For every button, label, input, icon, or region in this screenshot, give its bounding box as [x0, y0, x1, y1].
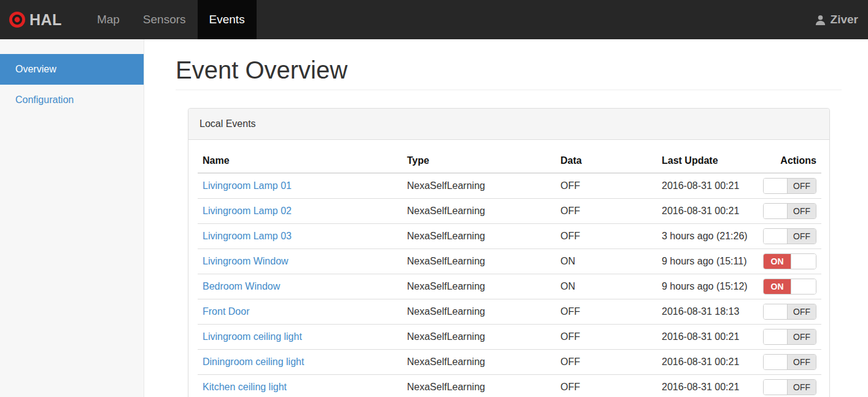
device-name-link[interactable]: Bedroom Window	[203, 281, 280, 291]
toggle-switch[interactable]: OFF	[763, 354, 816, 370]
sidebar: Overview Configuration	[0, 39, 144, 397]
device-name-link[interactable]: Livingroom Lamp 01	[203, 180, 292, 191]
toggle-knob	[764, 330, 788, 344]
device-type-cell: NexaSelfLearning	[402, 249, 556, 274]
device-type-cell: NexaSelfLearning	[402, 224, 556, 249]
toggle-knob	[764, 204, 788, 218]
toggle-state-label: OFF	[788, 330, 816, 344]
device-data-cell: OFF	[556, 350, 657, 375]
table-row: Livingroom Window NexaSelfLearning ON 9 …	[198, 249, 821, 274]
device-last-update-cell: 2016-08-31 00:21	[657, 199, 756, 224]
nav-item-map[interactable]: Map	[85, 0, 131, 39]
toggle-state-label: OFF	[788, 355, 816, 369]
device-last-update-cell: 2016-08-31 00:21	[657, 375, 756, 397]
device-data-cell: OFF	[556, 375, 657, 397]
toggle-switch[interactable]: OFF	[763, 228, 816, 244]
column-header-type: Type	[402, 149, 556, 173]
column-header-name: Name	[198, 149, 402, 173]
device-name-link[interactable]: Livingroom Lamp 02	[203, 206, 292, 216]
toggle-state-label: OFF	[788, 304, 816, 319]
toggle-state-label: OFF	[788, 229, 816, 244]
device-type-cell: NexaSelfLearning	[402, 173, 556, 199]
device-name-link[interactable]: Front Door	[203, 306, 249, 317]
page-title: Event Overview	[176, 56, 842, 83]
device-type-cell: NexaSelfLearning	[402, 274, 556, 299]
device-name-link[interactable]: Diningroom ceiling light	[203, 357, 304, 367]
device-last-update-cell: 2016-08-31 18:13	[657, 299, 756, 325]
table-row: Diningroom ceiling light NexaSelfLearnin…	[198, 350, 821, 375]
title-divider	[176, 90, 842, 90]
table-row: Livingroom Lamp 02 NexaSelfLearning OFF …	[198, 199, 821, 224]
toggle-switch[interactable]: OFF	[763, 203, 816, 219]
device-last-update-cell: 2016-08-31 00:21	[657, 173, 756, 199]
toggle-switch[interactable]: OFF	[763, 178, 816, 194]
device-type-cell: NexaSelfLearning	[402, 199, 556, 224]
nav-item-sensors[interactable]: Sensors	[131, 0, 198, 39]
column-header-actions: Actions	[756, 149, 821, 173]
table-row: Front Door NexaSelfLearning OFF 2016-08-…	[198, 299, 821, 325]
toggle-state-label: ON	[764, 279, 791, 294]
device-name-link[interactable]: Livingroom Window	[203, 256, 289, 266]
panel-body: Name Type Data Last Update Actions Livin…	[188, 140, 829, 397]
local-events-panel: Local Events Name Type Data Last Update …	[188, 108, 830, 397]
table-header-row: Name Type Data Last Update Actions	[198, 149, 821, 173]
toggle-switch[interactable]: OFF	[763, 329, 816, 345]
toggle-state-label: OFF	[788, 179, 816, 193]
brand-link[interactable]: HAL	[0, 0, 72, 39]
toggle-knob	[764, 304, 788, 319]
device-data-cell: ON	[556, 274, 657, 299]
sidebar-item-configuration[interactable]: Configuration	[0, 85, 144, 115]
table-row: Livingroom Lamp 03 NexaSelfLearning OFF …	[198, 224, 821, 249]
table-row: Livingroom Lamp 01 NexaSelfLearning OFF …	[198, 173, 821, 199]
panel-title: Local Events	[188, 109, 829, 140]
device-last-update-cell: 9 hours ago (15:11)	[657, 249, 756, 274]
table-row: Bedroom Window NexaSelfLearning ON 9 hou…	[198, 274, 821, 299]
toggle-switch[interactable]: OFF	[763, 304, 816, 320]
table-row: Livingroom ceiling light NexaSelfLearnin…	[198, 325, 821, 350]
nav-item-events[interactable]: Events	[198, 0, 257, 39]
toggle-knob	[764, 380, 788, 395]
toggle-knob	[791, 254, 816, 269]
user-name: Ziver	[831, 13, 858, 26]
device-last-update-cell: 9 hours ago (15:12)	[657, 274, 756, 299]
device-data-cell: ON	[556, 249, 657, 274]
device-type-cell: NexaSelfLearning	[402, 350, 556, 375]
toggle-state-label: OFF	[788, 204, 816, 218]
toggle-knob	[764, 229, 788, 244]
device-last-update-cell: 2016-08-31 00:21	[657, 350, 756, 375]
top-navbar: HAL Map Sensors Events Ziver	[0, 0, 868, 39]
device-name-link[interactable]: Livingroom Lamp 03	[203, 231, 292, 241]
device-name-link[interactable]: Livingroom ceiling light	[203, 331, 302, 342]
toggle-state-label: OFF	[788, 380, 816, 395]
person-icon	[815, 14, 826, 26]
sidebar-item-overview[interactable]: Overview	[0, 54, 144, 85]
device-last-update-cell: 3 hours ago (21:26)	[657, 224, 756, 249]
toggle-switch[interactable]: ON	[763, 253, 816, 269]
device-data-cell: OFF	[556, 199, 657, 224]
column-header-last-update: Last Update	[657, 149, 756, 173]
device-data-cell: OFF	[556, 173, 657, 199]
device-type-cell: NexaSelfLearning	[402, 325, 556, 350]
user-menu[interactable]: Ziver	[805, 0, 868, 39]
navbar-menu: Map Sensors Events	[85, 0, 257, 39]
toggle-switch[interactable]: OFF	[763, 379, 816, 395]
main-content: Event Overview Local Events Name Type Da…	[144, 39, 868, 397]
toggle-switch[interactable]: ON	[763, 279, 816, 295]
bullseye-icon	[9, 11, 26, 28]
column-header-data: Data	[556, 149, 657, 173]
events-table: Name Type Data Last Update Actions Livin…	[198, 149, 821, 397]
brand-label: HAL	[29, 11, 62, 29]
device-name-link[interactable]: Kitchen ceiling light	[203, 382, 287, 392]
device-data-cell: OFF	[556, 325, 657, 350]
toggle-knob	[764, 355, 788, 369]
device-data-cell: OFF	[556, 299, 657, 325]
device-last-update-cell: 2016-08-31 00:21	[657, 325, 756, 350]
table-row: Kitchen ceiling light NexaSelfLearning O…	[198, 375, 821, 397]
device-type-cell: NexaSelfLearning	[402, 299, 556, 325]
toggle-knob	[791, 279, 816, 294]
device-data-cell: OFF	[556, 224, 657, 249]
toggle-knob	[764, 179, 788, 193]
table-body: Livingroom Lamp 01 NexaSelfLearning OFF …	[198, 173, 821, 397]
toggle-state-label: ON	[764, 254, 791, 269]
device-type-cell: NexaSelfLearning	[402, 375, 556, 397]
